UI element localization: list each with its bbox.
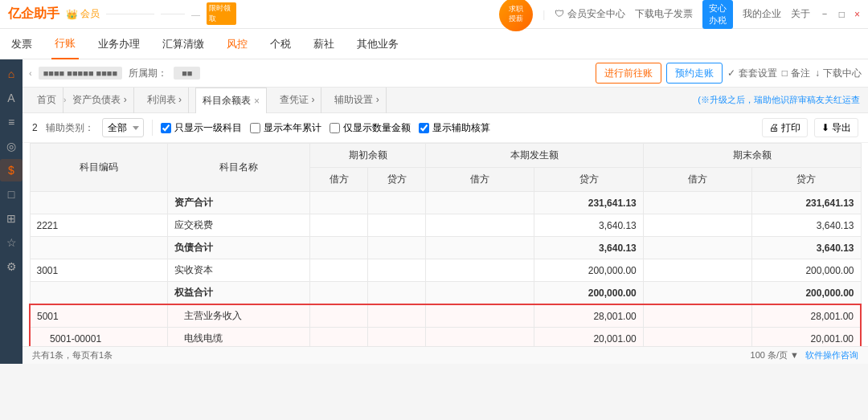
sidebar-grid[interactable]: ⊞ xyxy=(0,207,23,230)
col-current-period: 本期发生额 xyxy=(426,144,644,168)
member-badge[interactable]: 👑 会员 xyxy=(66,7,100,21)
bread-profit[interactable]: 利润表 › xyxy=(141,88,189,113)
floating-offer-btn[interactable]: 求职授薪 xyxy=(499,0,533,31)
col-open-debit: 借方 xyxy=(310,168,368,192)
table-row[interactable]: 3001实收资本200,000.00200,000.00 xyxy=(30,259,861,282)
table-row[interactable]: 负债合计3,640.133,640.13 xyxy=(30,237,861,259)
ytd-check[interactable] xyxy=(250,123,260,133)
cell-debit-open xyxy=(310,259,368,282)
member-label: 会员 xyxy=(80,7,100,21)
footer-count: 共有1条，每页有1条 xyxy=(32,349,113,361)
footer-page-size[interactable]: 100 条/页 ▼ xyxy=(751,349,799,361)
sidebar-star[interactable]: ☆ xyxy=(0,231,23,254)
nav-invoice[interactable]: 发票 xyxy=(8,29,35,59)
nav-personal-tax[interactable]: 个税 xyxy=(267,29,294,59)
collapse-arrow[interactable]: ‹ xyxy=(29,68,32,78)
subject-balance-table: 科目编码 科目名称 期初余额 本期发生额 期末余额 借方 贷方 借方 贷方 借方… xyxy=(29,143,862,346)
sidebar-account[interactable]: A xyxy=(0,87,23,109)
cell-credit-open xyxy=(368,192,426,214)
cell-debit-open xyxy=(310,192,368,214)
close-btn[interactable]: × xyxy=(854,9,860,20)
crown-icon: 👑 xyxy=(66,9,78,20)
table-row[interactable]: 5001主营业务收入28,001.0028,001.00 xyxy=(30,304,861,328)
show-aux-checkbox[interactable]: 显示辅助核算 xyxy=(419,121,490,135)
first-level-check[interactable] xyxy=(161,123,171,133)
cell-debit-end xyxy=(643,259,751,282)
bread-subject[interactable]: 科目余额表 × xyxy=(195,88,267,113)
offer-label: 求职授薪 xyxy=(509,5,523,23)
table-row[interactable]: 资产合计231,641.13231,641.13 xyxy=(30,192,861,214)
nav-ledger[interactable]: 行账 xyxy=(51,29,79,59)
note-btn[interactable]: □备注 xyxy=(782,63,810,84)
print-btn[interactable]: 🖨打印 xyxy=(762,118,808,137)
nav-bar: 发票 行账 业务办理 汇算清缴 风控 个税 薪社 其他业务 xyxy=(0,29,868,59)
cell-credit-open xyxy=(368,328,426,347)
nav-hr[interactable]: 薪社 xyxy=(310,29,338,59)
col-cur-debit: 借方 xyxy=(426,168,534,192)
app-title: 亿企助手 xyxy=(8,6,59,22)
minimize-btn[interactable]: － xyxy=(820,7,829,21)
cell-debit-end xyxy=(643,282,751,305)
show-first-level-checkbox[interactable]: 只显示一级科目 xyxy=(161,121,242,135)
cell-name: 电线电缆 xyxy=(167,328,309,347)
show-qty-checkbox[interactable]: 仅显示数量金额 xyxy=(330,121,411,135)
settings-btn[interactable]: ✓套套设置 xyxy=(727,63,777,84)
bread-balance[interactable]: 资产负债表 › xyxy=(66,88,133,113)
header-right: 求职授薪 | 🛡 会员安全中心 下载电子发票 安心办税 我的企业 关于 － □ … xyxy=(499,0,860,31)
download-invoice-link[interactable]: 下载电子发票 xyxy=(635,7,693,21)
bread-aux[interactable]: 辅助设置 › xyxy=(328,88,386,113)
bread-voucher[interactable]: 查凭证 › xyxy=(273,88,321,113)
export-btn[interactable]: ⬇导出 xyxy=(814,118,858,137)
sidebar-target[interactable]: ◎ xyxy=(0,135,23,157)
sidebar-finance[interactable]: $ xyxy=(0,159,23,181)
show-ytd-checkbox[interactable]: 显示本年累计 xyxy=(250,121,321,135)
export-icon: ⬇ xyxy=(821,122,829,133)
aux-check[interactable] xyxy=(419,123,429,133)
printer-icon: 🖨 xyxy=(769,122,779,133)
cell-debit-cur xyxy=(426,304,534,328)
cell-code: 2221 xyxy=(30,214,167,237)
btn-current-period[interactable]: 预约走账 xyxy=(666,63,723,84)
col-open-credit: 贷方 xyxy=(368,168,426,192)
cell-credit-cur: 3,640.13 xyxy=(534,237,643,259)
member-security-link[interactable]: 🛡 会员安全中心 xyxy=(555,7,624,21)
table-wrapper: 科目编码 科目名称 期初余额 本期发生额 期末余额 借方 贷方 借方 贷方 借方… xyxy=(23,143,868,346)
maximize-btn[interactable]: □ xyxy=(839,9,845,20)
nav-business[interactable]: 业务办理 xyxy=(95,29,143,59)
period-row: ‹ ■■■■ ■■■■■ ■■■■ 所属期： ■■ 进行前往账 预约走账 ✓套套… xyxy=(23,59,868,88)
close-subject-icon[interactable]: × xyxy=(254,96,260,107)
new-badge: 限时领取 xyxy=(207,2,236,25)
footer-support[interactable]: 软件操作咨询 xyxy=(805,349,858,361)
cell-credit-cur: 28,001.00 xyxy=(534,304,643,328)
about-link[interactable]: 关于 xyxy=(791,7,810,21)
safe-tax-badge: 安心办税 xyxy=(702,0,733,29)
cell-code: 3001 xyxy=(30,259,167,282)
shield-icon: 🛡 xyxy=(555,8,564,19)
table-row[interactable]: 2221应交税费3,640.133,640.13 xyxy=(30,214,861,237)
upgrade-notice[interactable]: (※升级之后，瑞助他识辞审稿友关红运查 xyxy=(698,94,860,106)
cell-debit-cur xyxy=(426,259,534,282)
sidebar: ⌂ A ≡ ◎ $ □ ⊞ ☆ ⚙ xyxy=(0,59,23,364)
cell-credit-end: 231,641.13 xyxy=(752,192,861,214)
cell-credit-cur: 3,640.13 xyxy=(534,214,643,237)
nav-other[interactable]: 其他业务 xyxy=(354,29,402,59)
cell-debit-cur xyxy=(426,282,534,305)
bread-home[interactable]: 首页 xyxy=(31,88,63,113)
footer-right: 100 条/页 ▼ 软件操作咨询 xyxy=(751,349,858,361)
aux-select[interactable]: 全部 xyxy=(102,118,144,137)
cell-debit-open xyxy=(310,237,368,259)
cell-credit-open xyxy=(368,304,426,328)
btn-prev-period[interactable]: 进行前往账 xyxy=(596,63,661,84)
qty-check[interactable] xyxy=(330,123,340,133)
cell-code: 5001-00001 xyxy=(30,328,167,347)
sidebar-list[interactable]: ≡ xyxy=(0,111,23,133)
sidebar-settings[interactable]: ⚙ xyxy=(0,255,23,278)
table-row[interactable]: 权益合计200,000.00200,000.00 xyxy=(30,282,861,305)
sidebar-home[interactable]: ⌂ xyxy=(0,63,23,85)
nav-risk[interactable]: 风控 xyxy=(223,29,251,59)
table-row[interactable]: 5001-00001电线电缆20,001.0020,001.00 xyxy=(30,328,861,347)
my-company-link[interactable]: 我的企业 xyxy=(743,7,781,21)
download-center-btn[interactable]: ↓下载中心 xyxy=(815,63,862,84)
sidebar-box[interactable]: □ xyxy=(0,183,23,206)
nav-settlement[interactable]: 汇算清缴 xyxy=(159,29,207,59)
